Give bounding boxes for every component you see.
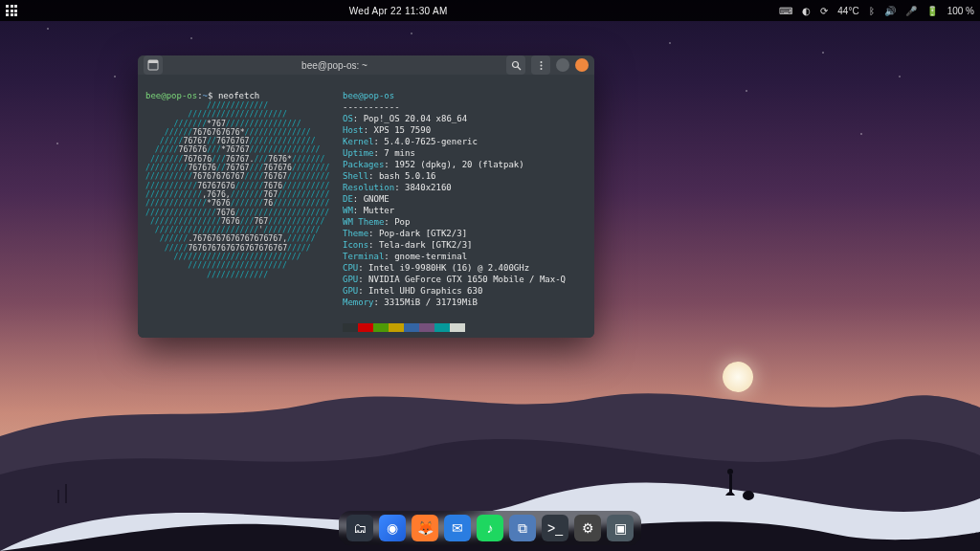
neofetch-row: Icons: Tela-dark [GTK2/3]	[343, 239, 587, 251]
neofetch-color-swatches	[343, 323, 587, 332]
svg-point-10	[540, 64, 542, 66]
neofetch-row: CPU: Intel i9-9980HK (16) @ 2.400GHz	[343, 262, 587, 274]
neofetch-row: Theme: Pop-dark [GTK2/3]	[343, 228, 587, 239]
hamburger-menu-button[interactable]	[531, 55, 550, 75]
new-tab-button[interactable]	[144, 55, 163, 75]
typed-command: neofetch	[218, 91, 259, 100]
neofetch-row: Shell: bash 5.0.16	[343, 170, 587, 182]
svg-point-2	[743, 491, 754, 500]
neofetch-row: OS: Pop!_OS 20.04 x86_64	[343, 113, 587, 124]
neofetch-ascii-logo: ///////////// ///////////////////// ////…	[145, 101, 337, 279]
svg-rect-6	[148, 60, 158, 63]
color-swatch	[358, 323, 373, 332]
bluetooth-icon[interactable]: ᛒ	[869, 6, 875, 16]
battery-percent: 100 %	[947, 6, 974, 16]
svg-rect-4	[65, 484, 67, 503]
dock: 🗂◉🦊✉♪⧉>_⚙▣	[339, 511, 641, 545]
neofetch-row: Kernel: 5.4.0-7625-generic	[343, 136, 587, 147]
pop-shop-icon[interactable]: ▣	[607, 515, 634, 541]
neofetch-row: Memory: 3315MiB / 31719MiB	[343, 297, 587, 308]
neofetch-row: WM Theme: Pop	[343, 216, 587, 228]
prompt-user: bee@pop-os	[145, 91, 197, 100]
neofetch-header: bee@pop-os	[343, 91, 394, 100]
keyboard-layout-icon[interactable]: ⌨	[779, 6, 792, 16]
firefox-icon[interactable]: 🦊	[412, 515, 438, 541]
svg-line-8	[518, 67, 521, 70]
neofetch-output: bee@pop-os ----------- OS: Pop!_OS 20.04…	[337, 78, 587, 338]
terminal-window[interactable]: bee@pop-os: ~ bee@pop-os:~$ neofetch ///…	[138, 55, 594, 338]
sync-icon[interactable]: ⟳	[820, 6, 828, 16]
neofetch-row: Packages: 1952 (dpkg), 20 (flatpak)	[343, 159, 587, 170]
terminal-body[interactable]: bee@pop-os:~$ neofetch ///////////// ///…	[138, 75, 594, 338]
neofetch-row: Resolution: 3840x2160	[343, 182, 587, 193]
color-swatch	[450, 323, 465, 332]
terminal-icon[interactable]: >_	[542, 515, 568, 541]
gnome-top-bar: Wed Apr 22 11:30 AM ⌨ ◐ ⟳ 44°C ᛒ 🔊 🎤 🔋 1…	[0, 0, 980, 21]
desktop: Wed Apr 22 11:30 AM ⌨ ◐ ⟳ 44°C ᛒ 🔊 🎤 🔋 1…	[0, 0, 980, 551]
files-icon[interactable]: 🗂	[346, 515, 373, 541]
spotify-icon[interactable]: ♪	[477, 515, 503, 541]
do-not-disturb-icon[interactable]: ◐	[802, 6, 811, 16]
svg-point-9	[540, 61, 542, 63]
clock[interactable]: Wed Apr 22 11:30 AM	[17, 6, 779, 16]
vscode-icon[interactable]: ⧉	[509, 515, 536, 541]
search-button[interactable]	[506, 55, 525, 75]
color-swatch	[434, 323, 450, 332]
color-swatch	[404, 323, 419, 332]
settings-icon[interactable]: ⚙	[574, 515, 601, 541]
battery-icon[interactable]: 🔋	[926, 6, 938, 16]
neofetch-row: Uptime: 7 mins	[343, 147, 587, 159]
neofetch-row: GPU: NVIDIA GeForce GTX 1650 Mobile / Ma…	[343, 274, 587, 285]
color-swatch	[419, 323, 434, 332]
svg-rect-3	[57, 490, 59, 503]
terminal-titlebar[interactable]: bee@pop-os: ~	[138, 55, 594, 75]
chromium-icon[interactable]: ◉	[379, 515, 406, 541]
color-swatch	[389, 323, 404, 332]
svg-point-1	[727, 469, 733, 474]
volume-icon[interactable]: 🔊	[884, 6, 896, 16]
color-swatch	[373, 323, 389, 332]
neofetch-row: Terminal: gnome-terminal	[343, 251, 587, 262]
svg-point-7	[512, 61, 518, 67]
svg-point-11	[540, 68, 542, 70]
temperature-indicator[interactable]: 44°C	[837, 6, 858, 16]
mail-icon[interactable]: ✉	[444, 515, 471, 541]
neofetch-row: GPU: Intel UHD Graphics 630	[343, 285, 587, 297]
activities-icon[interactable]	[6, 5, 17, 16]
neofetch-row: DE: GNOME	[343, 193, 587, 205]
microphone-icon[interactable]: 🎤	[905, 6, 917, 16]
minimize-button[interactable]	[556, 58, 569, 72]
neofetch-row: WM: Mutter	[343, 205, 587, 216]
terminal-title: bee@pop-os: ~	[168, 60, 501, 71]
close-button[interactable]	[575, 58, 589, 72]
neofetch-row: Host: XPS 15 7590	[343, 124, 587, 136]
color-swatch	[343, 323, 358, 332]
